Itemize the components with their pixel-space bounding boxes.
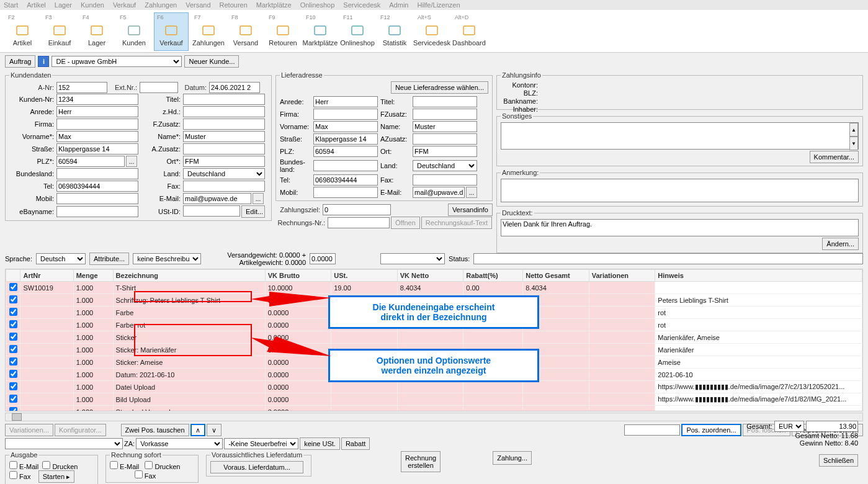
move-down-button[interactable]: ∨ [207,424,221,436]
firma-input[interactable] [56,119,138,130]
liefer-fax-input[interactable] [413,174,477,186]
ribbon-statistik[interactable]: F12Statistik [377,12,412,51]
menu-item[interactable]: Hilfe/Lizenzen [417,1,460,9]
ribbon-dashboard[interactable]: Alt+DDashboard [452,12,486,51]
menu-item[interactable]: Versand [186,1,210,9]
auftrag-tab[interactable]: Auftrag [5,55,35,68]
ausgabe-fax-check[interactable] [9,471,17,479]
scroll-down-button[interactable]: ▼ [849,137,858,150]
column-header[interactable] [6,270,20,282]
email-action-button[interactable]: ... [253,193,264,204]
column-header[interactable]: Menge [73,270,113,282]
ribbon-verkauf[interactable]: F6Verkauf [154,12,189,51]
menu-item[interactable]: Lager [55,1,72,9]
liefer-fzusatz-input[interactable] [413,109,477,120]
tel-input[interactable] [56,181,138,192]
plz-input[interactable] [56,156,125,167]
row-check[interactable] [9,308,17,316]
menu-item[interactable]: Retouren [220,1,248,9]
table-row[interactable]: 1.000Sticker0.0000Marienkäfer, Ameise [6,331,862,344]
anrede-input[interactable] [56,106,138,117]
row-check[interactable] [9,320,17,328]
status-input[interactable] [473,253,863,264]
ausgabe-email-check[interactable] [9,461,17,469]
row-check[interactable] [9,295,17,303]
ausgabe-drucken-check[interactable] [42,461,50,469]
liefer-anrede-input[interactable] [313,96,378,107]
column-header[interactable]: USt. [331,270,398,282]
rechnung-drucken-check[interactable] [145,461,153,469]
column-header[interactable]: Netto Gesamt [523,270,589,282]
menu-item[interactable]: Servicedesk [343,1,380,9]
vorname-input[interactable] [56,131,138,142]
anr-input[interactable] [56,82,107,93]
new-customer-button[interactable]: Neuer Kunde... [184,55,239,68]
menu-item[interactable]: Start [4,1,18,9]
row-check[interactable] [9,407,17,411]
liefer-strasse-input[interactable] [313,133,378,145]
ribbon-lager[interactable]: F4Lager [79,12,114,51]
rechnung-email-check[interactable] [110,461,118,469]
aendern-button[interactable]: Ändern... [822,238,859,250]
rechnung-erstellen-button[interactable]: Rechnung erstellen [401,451,441,472]
move-up-button[interactable]: ∧ [190,424,205,436]
liefer-ort-input[interactable] [413,146,477,157]
schliessen-button[interactable]: Schließen [819,454,858,467]
ribbon-marktplätze[interactable]: F10Marktplätze [303,12,338,51]
horizontal-scrollbar[interactable] [5,413,863,421]
company-select[interactable]: DE - upwave GmbH [51,56,182,67]
starten-button[interactable]: Starten ▸ [38,470,75,483]
row-check[interactable] [9,283,17,291]
lieferdatum-button[interactable]: Voraus. Lieferdatum... [210,461,303,473]
fax-input[interactable] [183,181,265,192]
rechnr-input[interactable] [328,217,390,228]
menu-item[interactable]: Marktplätze [256,1,292,9]
artikelgewicht-input[interactable] [310,253,336,264]
liefer-azusatz-input[interactable] [413,133,477,145]
extnr-input[interactable] [140,82,178,93]
column-header[interactable]: Hinweis [655,270,862,282]
za-pre-select[interactable] [5,438,123,449]
sonstiges-textarea[interactable] [501,122,859,150]
menu-item[interactable]: Onlineshop [300,1,335,9]
column-header[interactable]: Variationen [589,270,655,282]
land-select[interactable]: Deutschland [183,168,265,179]
versandinfo-button[interactable]: Versandinfo [448,204,493,216]
row-check[interactable] [9,345,17,353]
scroll-up-button[interactable]: ▲ [849,123,858,137]
steuer-select[interactable]: -Keine Steuerbefreiu [224,438,298,449]
table-row[interactable]: SW100191.000T-Shirt10.000019.008.40340.0… [6,282,862,294]
ribbon-zahlungen[interactable]: F7Zahlungen [191,12,226,51]
ustid-input[interactable] [183,205,240,217]
ribbon-retouren[interactable]: F9Retouren [266,12,300,51]
ebay-input[interactable] [56,206,138,217]
row-check[interactable] [9,395,17,403]
kommentar-button[interactable]: Kommentar... [810,151,859,163]
ribbon-versand[interactable]: F8Versand [228,12,263,51]
table-row[interactable]: 1.000Datei Upload0.0000https://www.▮▮▮▮▮… [6,381,862,393]
gesamt-input[interactable] [806,421,858,432]
row-check[interactable] [9,370,17,378]
new-shipping-address-button[interactable]: Neue Lieferadresse wählen... [391,81,488,94]
zwei-pos-tauschen-button[interactable]: Zwei Pos. tauschen [121,424,189,436]
strasse-input[interactable] [56,143,138,155]
pos-zuordnen-button[interactable]: Pos. zuordnen... [681,424,741,436]
liefer-tel-input[interactable] [313,174,378,186]
anmerkung-textarea[interactable] [501,179,859,202]
menu-item[interactable]: Verkauf [113,1,136,9]
menu-item[interactable]: Admin [389,1,408,9]
liefer-mobil-input[interactable] [313,187,378,198]
rabatt-button[interactable]: Rabatt [341,437,370,450]
menu-item[interactable]: Artikel [27,1,46,9]
keine-ust-button[interactable]: keine USt. [300,437,340,450]
rechnung-fax-check[interactable] [135,470,143,478]
drucktext-textarea[interactable]: Vielen Dank für Ihren Auftrag. [501,219,859,236]
ort-input[interactable] [183,156,265,167]
kundennr-input[interactable] [56,94,138,105]
column-header[interactable]: VK Brutto [265,270,331,282]
ribbon-artikel[interactable]: F2Artikel [5,12,40,51]
sprache-select[interactable]: Deutsch [36,253,86,264]
liefer-firma-input[interactable] [313,109,378,120]
za-select[interactable]: Vorkasse [136,438,223,449]
liefer-email-input[interactable] [413,187,465,198]
